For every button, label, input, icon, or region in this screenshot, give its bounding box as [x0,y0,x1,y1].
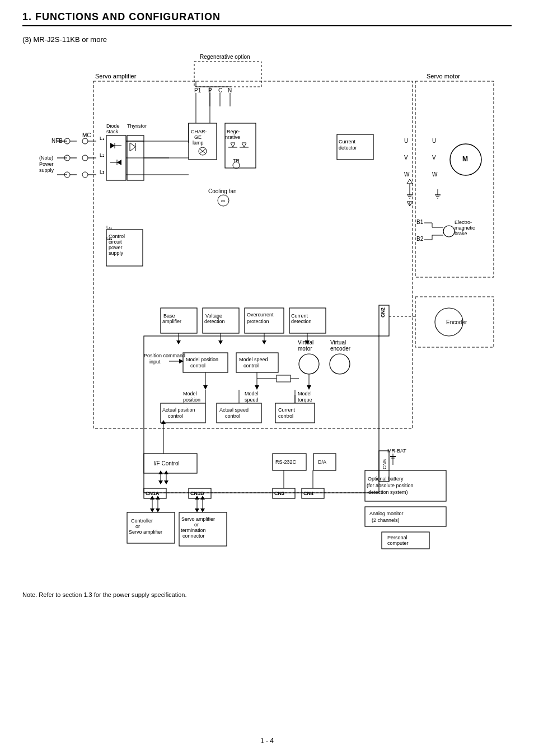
actual-speed-label: Actual speed [219,407,249,413]
svg-marker-127 [164,480,168,484]
svg-marker-107 [203,385,208,390]
model-torque-label: Model [298,391,312,396]
model-position-control-label: Model position [186,357,218,362]
svg-point-19 [82,172,88,178]
l3-label: L₃ [100,169,105,175]
da-label: D/A [318,459,326,465]
w-left-label: W [404,171,410,178]
svg-text:connector: connector [182,533,205,539]
svg-text:nrative: nrative [225,134,240,140]
servo-termination-label: Servo amplifier [181,516,215,522]
svg-text:brake: brake [455,231,467,236]
svg-text:stack: stack [106,129,119,134]
cn3-label: CN3 [274,491,284,496]
svg-text:control: control [190,363,205,368]
mr-bat-label: MR-BAT [387,448,406,454]
svg-text:speed: speed [245,397,259,403]
w-right-label: W [432,171,438,178]
motor-symbol: M [462,155,468,163]
svg-text:Servo amplifier: Servo amplifier [129,529,162,535]
svg-text:or: or [194,522,199,528]
svg-marker-150 [195,508,199,512]
svg-text:∞: ∞ [221,198,225,204]
svg-marker-147 [156,496,160,500]
svg-text:detector: detector [339,145,357,151]
svg-marker-153 [200,496,205,500]
svg-text:control: control [243,363,259,368]
svg-text:detection system): detection system) [368,489,408,495]
page-title: 1. FUNCTIONS AND CONFIGURATION [22,11,512,23]
model-position-label: Model [183,391,197,396]
cooling-fan-label: Cooling fan [208,188,237,194]
svg-point-94 [330,354,350,374]
page-footer: 1 - 4 [0,737,534,745]
l2-label: L₂ [100,152,105,158]
encoder-label: Encoder [446,319,467,325]
svg-text:protection: protection [247,319,269,324]
regen-option-label: Regenerative option [200,54,250,60]
position-command-label: Position command [144,353,185,358]
svg-point-93 [299,354,319,374]
svg-text:encoder: encoder [330,346,351,352]
svg-marker-146 [150,496,154,500]
svg-marker-26 [117,160,121,165]
controller-label: Controller [131,518,153,524]
thyristor-label: Thyristor [127,123,147,129]
if-control-label: I/F Control [153,460,180,466]
svg-marker-23 [110,143,115,148]
svg-text:lamp: lamp [193,140,204,146]
n-label: N [228,87,232,94]
svg-rect-164 [365,507,446,526]
virtual-encoder-label: Virtual [330,339,346,346]
svg-rect-154 [127,512,175,543]
svg-point-14 [82,155,88,161]
cn1b-label: CN1B [190,491,204,496]
svg-rect-102 [277,375,291,382]
svg-text:detection: detection [204,319,225,324]
svg-marker-43 [231,143,235,147]
actual-position-label: Actual position [162,407,195,413]
servo-amplifier-label: Servo amplifier [95,73,137,80]
svg-text:(2 channels): (2 channels) [372,517,400,523]
section-subtitle: (3) MR-J2S-11KB or more [22,35,512,44]
current-detection-label: Current [291,313,308,319]
note-label: (Note) [39,155,53,161]
svg-marker-188 [262,340,266,344]
overcurrent-label: Overcurrent [247,312,274,318]
svg-text:control: control [278,413,293,419]
svg-text:power: power [109,245,123,250]
svg-rect-21 [106,136,126,180]
svg-marker-145 [156,508,160,512]
u-left-label: U [404,138,408,144]
svg-marker-29 [130,143,135,151]
servo-motor-label: Servo motor [427,73,460,80]
regen-label: Rege- [227,129,241,134]
base-amplifier-label: Base [163,313,175,319]
diagram-container: Servo amplifier Servo motor Regenerative… [24,50,510,582]
l1-label: L₁ [100,136,105,141]
svg-text:input: input [149,359,161,365]
svg-text:torque: torque [298,397,312,403]
svg-text:control: control [168,413,183,419]
page-container: 1. FUNCTIONS AND CONFIGURATION (3) MR-J2… [0,0,534,756]
svg-marker-110 [255,385,259,390]
l11-label: L₁₁ [106,225,112,230]
model-speed-label: Model [245,391,259,396]
analog-monitor-label: Analog monitor [369,511,404,516]
voltage-detection-label: Voltage [205,313,222,319]
virtual-motor-label: Virtual [298,339,313,346]
cn5-label: CN5 [382,459,387,469]
v-right-label: V [432,155,436,161]
optional-battery-label: Optional battery [368,476,404,482]
svg-marker-126 [158,480,163,484]
current-detector-top-label: Current [339,139,356,144]
diode-stack-label: Diode [106,123,120,129]
cn1a-label: CN1A [146,491,160,496]
svg-rect-1 [415,81,494,277]
svg-marker-61 [407,179,413,184]
model-speed-control-label: Model speed [239,357,268,362]
svg-point-5 [82,138,88,144]
rs232c-label: RS-232C [275,459,297,465]
svg-text:position: position [183,397,200,403]
svg-text:amplifier: amplifier [162,319,181,324]
